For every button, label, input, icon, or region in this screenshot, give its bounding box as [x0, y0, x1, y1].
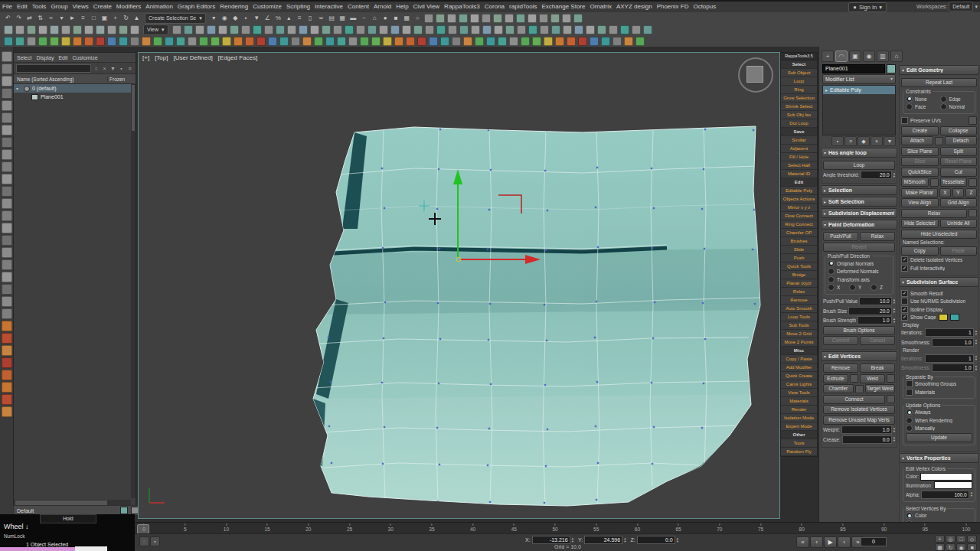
select-and-scale-icon[interactable]: ▲: [132, 13, 142, 23]
toolbar-icon[interactable]: [50, 25, 59, 34]
rappatools-item-remove[interactable]: Remove: [781, 296, 817, 305]
rappatools-item-grow-selection[interactable]: Grow Selection: [781, 94, 817, 103]
align-icon[interactable]: ≍: [316, 13, 326, 23]
push-pull-value-value[interactable]: 10.0: [859, 297, 891, 305]
configure-modifier-sets-icon[interactable]: ▼: [884, 136, 896, 146]
toolbar-icon[interactable]: [130, 37, 139, 46]
rappatools-item-objects-actions[interactable]: Objects Actions: [781, 195, 817, 204]
attach-button[interactable]: Attach: [901, 136, 933, 145]
timeline-tick-15[interactable]: 15: [264, 523, 270, 532]
rappatools-item-chamfer-op[interactable]: Chamfer OP: [781, 229, 817, 237]
toolbar-icon[interactable]: [459, 14, 468, 23]
menu-item-help[interactable]: Help: [394, 2, 410, 12]
toggle-ribbon-icon[interactable]: ▬: [348, 13, 358, 23]
toolbar-icon[interactable]: [2, 137, 12, 148]
toolbar-icon[interactable]: [279, 37, 289, 46]
view-dropdown[interactable]: View▾: [143, 24, 168, 35]
rappatools-item-planar-x-y-z[interactable]: Planar |x|y|z: [781, 279, 817, 288]
color-swatch[interactable]: [920, 473, 972, 481]
transform-axis-radio[interactable]: Transform axis: [828, 276, 890, 283]
mesh-vertex[interactable]: [753, 339, 754, 341]
spinner-buttons[interactable]: ▴▾: [893, 298, 895, 305]
z-radio[interactable]: Z: [871, 284, 890, 291]
detach-button[interactable]: Detach: [945, 136, 977, 145]
when-rendering-radio[interactable]: When Rendering: [906, 417, 972, 424]
timeline-tick-100[interactable]: 100: [962, 523, 971, 532]
mesh-vertex[interactable]: [595, 425, 596, 427]
mesh-vertex[interactable]: [328, 337, 329, 338]
menu-item-create[interactable]: Create: [91, 2, 114, 12]
toolbar-icon[interactable]: [463, 37, 472, 46]
mesh-vertex[interactable]: [702, 500, 704, 502]
timeline-tick-80[interactable]: 80: [799, 523, 805, 532]
slice-plane-button[interactable]: Slice Plane: [901, 147, 939, 156]
mesh-vertex[interactable]: [488, 209, 490, 210]
rappatools-item-mirror-x-y-z[interactable]: Mirror x y z: [781, 204, 817, 212]
toolbar-icon[interactable]: [276, 25, 285, 34]
mesh-vertex[interactable]: [328, 425, 330, 427]
menu-item-arnold[interactable]: Arnold: [371, 2, 394, 12]
toolbar-icon[interactable]: [2, 223, 12, 233]
toolbar-icon[interactable]: [299, 25, 308, 34]
rappatools-item-sub-object[interactable]: Sub Object: [781, 69, 817, 77]
coordinate-y-value[interactable]: 24.596: [584, 536, 622, 544]
modify-tab[interactable]: ◠: [835, 51, 848, 62]
menu-item-content[interactable]: Content: [345, 2, 371, 12]
spinner-buttons[interactable]: ▴▾: [975, 339, 977, 345]
make-unique-icon[interactable]: ◆: [858, 136, 870, 146]
brush-options-button[interactable]: Brush Options: [823, 326, 895, 335]
toolbar-icon[interactable]: [521, 37, 530, 46]
selection-set-dropdown[interactable]: Create Selection Se▾: [145, 13, 206, 24]
delete-isolated-vertices-checkbox[interactable]: ✓Delete Isolated Vertices: [901, 256, 977, 263]
menu-item-rapidtools[interactable]: rapidTools: [507, 2, 539, 12]
loop-button[interactable]: Loop: [823, 161, 895, 170]
rappatools-item-move-2-points[interactable]: Move 2 Points: [781, 338, 817, 347]
search-icon[interactable]: ○: [93, 65, 100, 72]
spinner-buttons[interactable]: ▴▾: [893, 308, 895, 314]
toolbar-icon[interactable]: [2, 308, 12, 319]
pan-icon[interactable]: ▦: [935, 543, 945, 551]
mesh-vertex[interactable]: [488, 339, 489, 341]
toolbar-icon[interactable]: [15, 25, 24, 34]
normal-radio[interactable]: Normal: [940, 103, 973, 110]
timeline-tick-25[interactable]: 25: [347, 523, 352, 532]
toolbar-icon[interactable]: [38, 37, 47, 46]
go-to-start-button[interactable]: «: [796, 536, 809, 548]
toolbar-icon[interactable]: [15, 37, 24, 46]
toolbar-icon[interactable]: [573, 14, 583, 23]
mesh-vertex[interactable]: [381, 382, 383, 383]
collapse-button[interactable]: Collapse: [940, 126, 978, 135]
rappatools-item-dot-loop[interactable]: Dot Loop: [781, 119, 817, 128]
toolbar-icon[interactable]: [486, 37, 495, 46]
rendered-frame-window-icon[interactable]: ▦: [402, 13, 412, 23]
mesh-vertex[interactable]: [382, 463, 384, 465]
toolbar-icon[interactable]: [517, 25, 526, 34]
rappatools-item-move-2-grid[interactable]: Move 2 Grid: [781, 330, 817, 338]
settings-button[interactable]: [969, 116, 977, 125]
mesh-vertex[interactable]: [701, 208, 703, 210]
zoom-extents-icon[interactable]: □: [956, 535, 966, 543]
toolbar-icon[interactable]: [195, 25, 204, 34]
material-editor-icon[interactable]: ●: [381, 13, 390, 23]
toolbar-icon[interactable]: [107, 25, 116, 34]
subdivision-displacement-rollout-header[interactable]: ▸Subdivision Displacement: [821, 208, 897, 218]
toolbar-icon[interactable]: [211, 37, 220, 46]
menu-item-group[interactable]: Group: [48, 2, 70, 12]
iterations-value[interactable]: 1: [925, 354, 974, 363]
toolbar-icon[interactable]: [2, 210, 12, 221]
menu-item-scripting[interactable]: Scripting: [284, 2, 312, 12]
selection-filter-dropdown-icon[interactable]: ▾: [57, 13, 67, 23]
mesh-vertex[interactable]: [653, 426, 655, 428]
window-crossing-toggle-icon[interactable]: ▣: [100, 13, 109, 23]
coordinate-x-value[interactable]: -13.216: [532, 536, 570, 544]
mesh-vertex[interactable]: [597, 462, 599, 464]
toolbar-icon[interactable]: [562, 14, 571, 23]
clear-search-icon[interactable]: ×: [101, 65, 108, 72]
timeline-tick-5[interactable]: 5: [184, 523, 187, 532]
toolbar-icon[interactable]: [528, 14, 537, 23]
menu-item-octopus[interactable]: Octopus: [691, 2, 718, 12]
toolbar-icon[interactable]: [475, 37, 484, 46]
settings-button[interactable]: [930, 178, 939, 187]
timeline-tick-30[interactable]: 30: [388, 523, 394, 532]
toolbar-icon[interactable]: [379, 25, 388, 34]
